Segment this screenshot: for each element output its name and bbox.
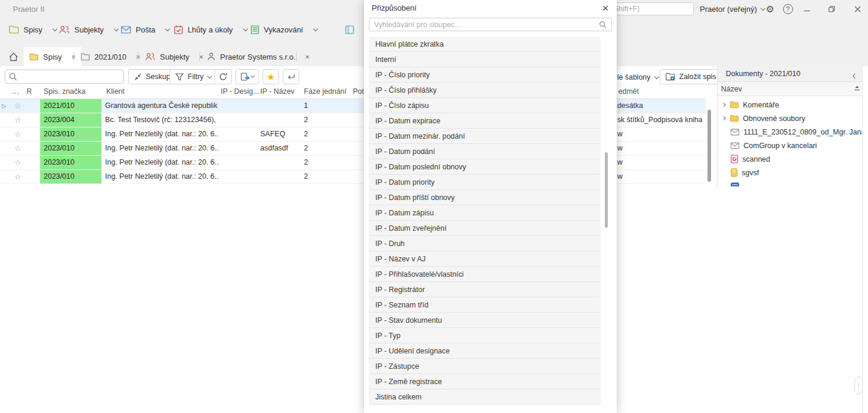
column-search-input[interactable]: Vyhledávání pro sloupec... [369,18,612,31]
row-expander-icon[interactable]: ▷ [2,99,9,113]
documents-panel-header: Dokumenty - 2021/010 [718,66,862,82]
column-option[interactable]: IP - Datum podání [369,144,601,159]
column-option[interactable]: Interní [369,52,601,67]
column-option[interactable]: IP - Registrátor [369,282,601,297]
account-menu[interactable]: Praetor (veřejný) [700,0,765,18]
header-ip-designace[interactable]: IP - Desig... [221,87,259,96]
tree-item-email[interactable]: ComGroup v kancelari [718,139,862,152]
column-option[interactable]: IP - Číslo přihlášky [369,83,601,98]
cell-spis-znacka: 2023/010 [40,127,101,141]
column-option[interactable]: IP - Datum zápisu [369,205,601,221]
column-option[interactable]: IP - Název v AJ [369,251,601,267]
tree-item-email[interactable]: 1111_E_230512_0809_od_Mgr. Jana Volrá [718,125,862,139]
column-option[interactable]: IP - Udělení designace [369,343,601,359]
documents-column-header[interactable]: Název [718,82,862,96]
column-option[interactable]: IP - Datum příští obnovy [369,190,601,205]
chevron-down-icon [654,74,659,78]
folder-plus-icon [666,73,675,81]
cell-predmet-fragment: sk štítků_Podpisová kniha [617,113,706,127]
tree-item-zip[interactable]: sgvsf [718,166,862,179]
column-option[interactable]: IP - Stav dokumentu [369,313,601,328]
favorite-filter-star[interactable]: ★ [263,69,279,84]
help-icon[interactable]: ? [780,0,795,18]
filters-button[interactable]: Filtry [169,69,217,84]
chevron-right-icon[interactable] [722,116,726,120]
tree-item-doc-partial[interactable] [718,179,862,186]
column-option[interactable]: IP - Datum mezinár. podání [369,129,601,144]
chevron-right-icon[interactable] [722,103,726,107]
column-option[interactable]: IP - Číslo zápisu [369,98,601,113]
chevron-down-icon [243,26,247,31]
refresh-button[interactable] [214,69,232,84]
tab-praetor-systems[interactable]: Praetor Systems s.r.o. × [201,47,315,66]
chevron-down-icon [250,74,254,78]
panel-collapse-button[interactable] [853,71,860,78]
cell-predmet-fragment: w [617,156,706,169]
home-tab-button[interactable] [5,47,22,66]
column-option[interactable]: Jistina celkem [369,389,601,405]
column-option[interactable]: IP - Druh [369,236,601,251]
folder-icon [9,25,19,34]
tree-item-folder[interactable]: Komentáře [718,98,862,112]
tab-subjekty[interactable]: Subjekty × [139,47,209,66]
column-option[interactable]: IP - Seznam tříd [369,297,601,313]
people-icon [145,53,155,61]
tab-2021-010[interactable]: 2021/010 × [75,47,146,66]
header-faze-jednani[interactable]: Fáze jednání [304,87,346,96]
export-button[interactable] [235,69,259,84]
column-option[interactable]: IP - Datum expirace [369,113,601,129]
restore-button[interactable] [823,0,840,18]
menu-item-partial[interactable] [345,21,354,38]
cell-predmet-fragment: w [617,142,706,155]
menu-item-subjekty[interactable]: Subjekty [59,21,118,38]
folder-icon [81,53,90,61]
cell-faze: 2 [304,170,351,183]
settings-gear-icon[interactable]: ⚙ [762,0,778,18]
header-r[interactable]: R [27,87,32,96]
menu-item-spisy[interactable]: Spisy [9,21,57,38]
column-option[interactable]: Hlavní plátce zkratka [369,37,601,52]
column-option[interactable]: IP - Datum poslední obnovy [369,159,601,175]
customization-close-button[interactable]: × [599,2,612,15]
favorite-star-icon[interactable]: ☆ [9,127,26,141]
column-option[interactable]: IP - Zástupce [369,359,601,374]
header-ip-nazev[interactable]: IP - Název [260,87,294,96]
column-option[interactable]: IP - Datum zveřejnění [369,221,601,236]
sort-ascending-icon[interactable] [854,86,860,91]
table-search-input[interactable] [5,70,124,84]
column-option[interactable]: IP - Přihlašovatelé/vlastníci [369,267,601,282]
minimize-button[interactable] [798,0,815,18]
column-option[interactable]: IP - Datum priority [369,175,601,190]
favorite-star-icon[interactable]: ☆ [9,142,26,155]
menu-item-vykazovani[interactable]: Vykazování [251,21,317,38]
column-option[interactable]: IP - Typ [369,328,601,343]
favorite-star-icon[interactable]: ☆ [9,156,26,169]
column-options-list: Hlavní plátce zkratka Interní IP - Číslo… [369,37,601,405]
envelope-icon [121,26,131,34]
cell-ip-nazev: asdfasdf [260,142,302,155]
header-more[interactable]: … [12,87,19,96]
header-predmet-fragment[interactable]: edmět [618,87,639,96]
enter-button[interactable] [283,69,299,84]
column-option[interactable]: IP - Číslo priority [369,67,601,83]
header-spis-znacka[interactable]: Spis. značka [44,87,86,96]
doc-file-icon [731,182,739,186]
customization-scrollbar[interactable] [605,152,608,228]
tree-item-folder[interactable]: Obnovené soubory [718,112,862,125]
header-klient[interactable]: Klient [106,87,125,96]
favorite-star-icon[interactable]: ☆ [9,99,26,113]
column-option[interactable]: IP - Země registrace [369,374,601,389]
funnel-icon [175,73,184,81]
panel-splitter-handle[interactable]: ⁞ [854,376,863,394]
tree-item-pdf[interactable]: scanned [718,152,862,166]
menu-item-posta[interactable]: Pošta [121,21,169,38]
cell-faze: 2 [304,142,351,155]
favorite-star-icon[interactable]: ☆ [9,170,26,183]
tab-close-icon[interactable]: × [305,53,310,61]
create-case-button[interactable]: Založit spis [660,69,722,84]
template-dropdown-fragment[interactable]: le šablony [617,71,659,83]
menu-item-lhuty-a-ukoly[interactable]: Lhůty a úkoly [174,21,247,38]
favorite-star-icon[interactable]: ☆ [9,113,26,127]
close-button[interactable] [849,0,866,18]
table-vertical-scrollbar[interactable] [707,110,711,182]
